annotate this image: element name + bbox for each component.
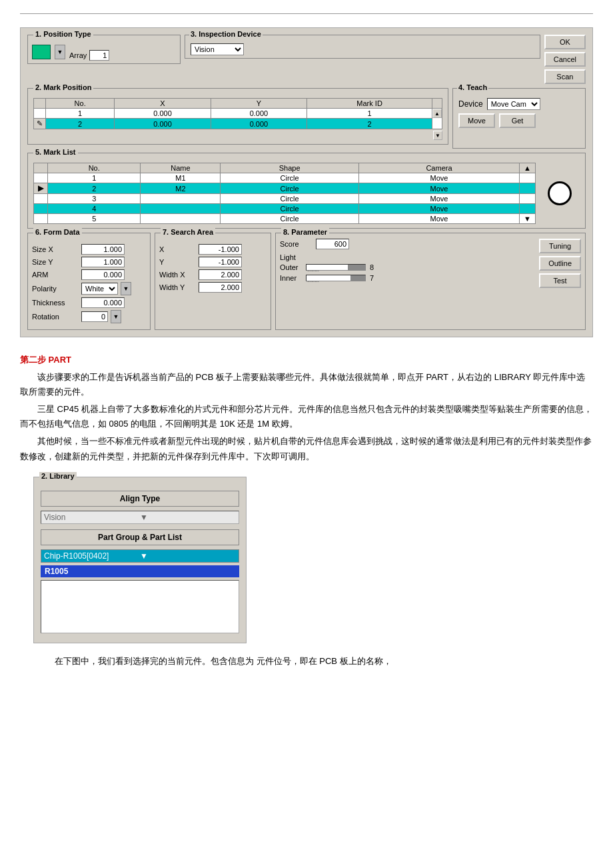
- vision-dropdown[interactable]: Vision ▼: [41, 511, 239, 524]
- tuning-button[interactable]: Tuning: [539, 239, 581, 253]
- r1005-item[interactable]: R1005: [41, 565, 239, 577]
- inner-value: 7: [370, 274, 374, 282]
- polarity-label: Polarity: [32, 285, 79, 293]
- teach-inner: Device Move Cam Move Get: [458, 98, 580, 128]
- paragraph-3: 其他时候，当一些不标准元件或者新型元件出现的时候，贴片机自带的元件信息库会遇到挑…: [20, 434, 593, 463]
- circle-preview: [540, 163, 580, 224]
- outer-slider-track[interactable]: ...............: [306, 264, 366, 271]
- y-cell-2: 0.000: [211, 119, 306, 129]
- outline-button[interactable]: Outline: [539, 256, 581, 271]
- top-row: 1. Position Type ▼ Array 1 3. Inspection…: [27, 35, 586, 84]
- outer-slider-row: Outer ............... 8: [280, 263, 531, 271]
- outer-label: Outer: [280, 263, 303, 271]
- width-y-input[interactable]: [199, 282, 242, 293]
- size-x-input[interactable]: [81, 244, 125, 255]
- width-x-input[interactable]: [199, 269, 242, 280]
- inspection-device-select[interactable]: Vision: [191, 43, 244, 55]
- search-y-input[interactable]: [199, 257, 242, 267]
- ml-col-arrow: [34, 163, 48, 173]
- ml-col-scroll: ▲: [520, 163, 536, 173]
- middle-row: 2. Mark Position No. X Y Mark ID: [27, 88, 586, 149]
- search-y-label: Y: [159, 258, 196, 266]
- width-x-label: Width X: [159, 271, 196, 279]
- param-buttons: Tuning Outline Test: [539, 239, 581, 244]
- ml-name-1: M1: [141, 173, 221, 183]
- chip-arrow: ▼: [140, 551, 236, 561]
- light-row: Light: [280, 253, 531, 261]
- move-button[interactable]: Move: [458, 113, 495, 128]
- ml-arrow-5: [34, 214, 48, 224]
- scroll-down-btn[interactable]: ▼: [433, 131, 442, 140]
- cancel-button[interactable]: Cancel: [544, 52, 586, 67]
- thickness-label: Thickness: [32, 299, 79, 307]
- arrow-cell-1: [34, 109, 46, 119]
- param-inner: Score Light Outer ...............: [280, 239, 581, 244]
- rotation-dropdown[interactable]: ▼: [111, 310, 121, 323]
- arm-input[interactable]: [81, 269, 125, 280]
- position-type-dropdown[interactable]: ▼: [55, 45, 65, 59]
- ml-name-5: [141, 214, 221, 224]
- ml-camera-3: Move: [358, 194, 519, 204]
- ml-scroll-2: [520, 183, 536, 194]
- paragraph-2: 三星 CP45 机器上自带了大多数标准化的片式元件和部分芯片元件。元件库的信息当…: [20, 402, 593, 431]
- scroll-up-btn[interactable]: ▲: [432, 109, 442, 118]
- width-y-label: Width Y: [159, 283, 196, 291]
- ml-shape-1: Circle: [221, 173, 358, 183]
- teach-label: 4. Teach: [457, 83, 488, 91]
- inner-slider-track[interactable]: ...............: [306, 275, 366, 281]
- id-cell-1: 1: [307, 109, 432, 119]
- col-arrow-header: [34, 99, 46, 109]
- chip-dropdown[interactable]: Chip-R1005[0402] ▼: [41, 549, 239, 563]
- ml-shape-3: Circle: [221, 194, 358, 204]
- thickness-input[interactable]: [81, 297, 125, 308]
- library-label: 2. Library: [39, 472, 77, 480]
- ml-scroll-1: [520, 173, 536, 183]
- mark-position-table: No. X Y Mark ID 1 0.000 0.000: [33, 98, 442, 129]
- parameter-label: 8. Parameter: [281, 228, 329, 236]
- size-y-input[interactable]: [81, 257, 125, 267]
- ml-row-1: 1 M1 Circle Move: [34, 173, 536, 183]
- search-x-row: X: [159, 244, 267, 255]
- ml-name-2: M2: [141, 183, 221, 194]
- ml-row-5: 5 Circle Move ▼: [34, 214, 536, 224]
- outer-value: 8: [370, 263, 374, 271]
- text-content: 第二步 PART 该步骤要求的工作是告诉机器当前产品的 PCB 板子上需要贴装哪…: [20, 349, 593, 470]
- polarity-row: Polarity White Black ▼: [32, 282, 146, 295]
- mark-position-section: 2. Mark Position No. X Y Mark ID: [27, 88, 448, 145]
- get-button[interactable]: Get: [499, 113, 536, 128]
- scan-button[interactable]: Scan: [544, 69, 586, 84]
- ml-scroll-4: [520, 204, 536, 214]
- mark-list-label: 5. Mark List: [33, 148, 78, 156]
- arm-row: ARM: [32, 269, 146, 280]
- device-select[interactable]: Move Cam: [487, 98, 540, 110]
- polarity-dropdown[interactable]: ▼: [121, 282, 131, 295]
- search-x-input[interactable]: [199, 244, 242, 255]
- rotation-input[interactable]: [81, 311, 108, 322]
- polarity-select[interactable]: White Black: [81, 283, 118, 295]
- ml-col-shape: Shape: [221, 163, 358, 173]
- paragraph-1: 该步骤要求的工作是告诉机器当前产品的 PCB 板子上需要贴装哪些元件。具体做法很…: [20, 370, 593, 399]
- col-no-header: No.: [46, 99, 115, 109]
- col-y-header: Y: [211, 99, 306, 109]
- rotation-label: Rotation: [32, 313, 79, 321]
- x-cell-1: 0.000: [115, 109, 211, 119]
- no-cell-1: 1: [46, 109, 115, 119]
- inner-label: Inner: [280, 274, 303, 282]
- test-button[interactable]: Test: [539, 273, 581, 288]
- array-label: Array: [69, 51, 87, 59]
- thickness-row: Thickness: [32, 297, 146, 308]
- score-input[interactable]: [316, 239, 349, 249]
- size-x-row: Size X: [32, 244, 146, 255]
- mark-list-section: 5. Mark List No. Name Shape Camera ▲: [27, 153, 586, 229]
- scroll-col: ▲: [432, 109, 442, 129]
- ml-scroll-3: [520, 194, 536, 204]
- library-empty-area: [41, 580, 239, 633]
- step-title: 第二步 PART: [20, 353, 593, 367]
- array-input[interactable]: 1: [89, 50, 109, 61]
- mark-position-label: 2. Mark Position: [33, 83, 93, 91]
- teach-move-get-row: Move Get: [458, 113, 580, 128]
- ml-row-2: ▶ 2 M2 Circle Move: [34, 183, 536, 194]
- ml-camera-4: Move: [358, 204, 519, 214]
- ml-shape-4: Circle: [221, 204, 358, 214]
- ok-button[interactable]: OK: [544, 35, 586, 49]
